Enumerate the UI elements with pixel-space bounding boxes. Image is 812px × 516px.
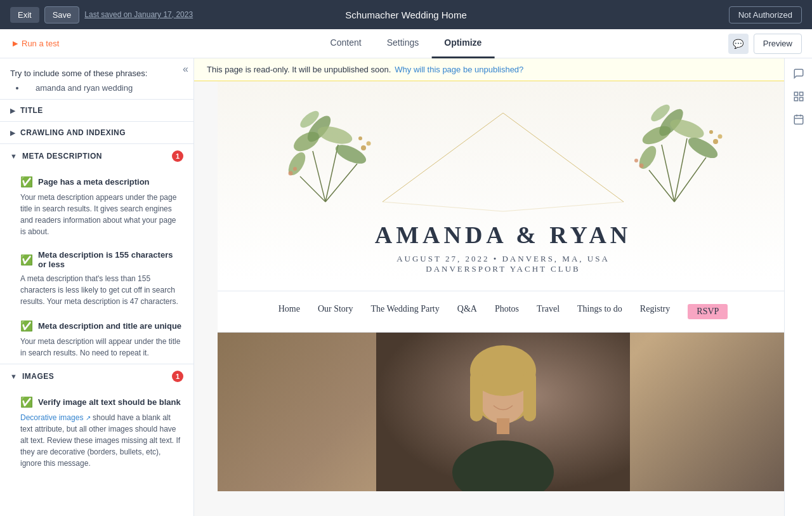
- collapse-button[interactable]: «: [183, 63, 188, 75]
- chevron-right-icon: ▶: [10, 107, 15, 115]
- check-green-icon: ✅: [20, 254, 33, 266]
- section-title-label: TITLE: [20, 106, 43, 115]
- nav-qa[interactable]: Q&A: [457, 304, 477, 319]
- save-button[interactable]: Save: [44, 6, 80, 23]
- unpublish-link[interactable]: Why will this page be unpublished?: [395, 65, 523, 74]
- check-has-meta-label: Page has a meta description: [38, 177, 150, 187]
- check-meta-unique: ✅ Meta description and title are unique …: [0, 312, 193, 364]
- botanical-svg: [256, 94, 750, 215]
- check-meta-length-desc: A meta description that's less than 155 …: [20, 273, 183, 307]
- phrase-item: amanda and ryan wedding: [25, 82, 183, 94]
- svg-point-27: [709, 130, 713, 134]
- svg-line-1: [325, 145, 338, 202]
- tab-content[interactable]: Content: [318, 29, 374, 58]
- svg-rect-39: [470, 371, 483, 421]
- check-green-icon: ✅: [20, 176, 33, 188]
- sub-nav: Run a test Content Settings Optimize 💬 P…: [0, 29, 812, 58]
- page-nav: Home Our Story The Wedding Party Q&A Pho…: [218, 291, 789, 333]
- layout-sidebar-button[interactable]: [789, 86, 809, 107]
- top-bar: Exit Save Last saved on January 17, 2023…: [0, 0, 812, 29]
- nav-things-to-do[interactable]: Things to do: [577, 304, 622, 319]
- svg-rect-40: [523, 371, 536, 421]
- section-images[interactable]: ▼ IMAGES 1: [0, 364, 193, 388]
- preview-button[interactable]: Preview: [754, 34, 802, 54]
- svg-line-2: [300, 176, 325, 202]
- calendar-sidebar-button[interactable]: [789, 109, 809, 129]
- svg-rect-43: [794, 92, 797, 95]
- svg-point-14: [293, 167, 297, 171]
- comment-icon-button[interactable]: 💬: [728, 34, 749, 54]
- photo-section: [218, 333, 789, 491]
- check-meta-length-label: Meta description is 155 characters or le…: [38, 250, 183, 269]
- section-title[interactable]: ▶ TITLE: [0, 99, 193, 121]
- svg-point-11: [367, 142, 371, 146]
- nav-travel[interactable]: Travel: [537, 304, 560, 319]
- last-saved-label: Last saved on January 17, 2023: [84, 10, 193, 19]
- chevron-down-icon: ▼: [10, 152, 17, 160]
- check-alt-text-desc: Decorative images ↗ should have a blank …: [20, 412, 183, 469]
- top-bar-left: Exit Save Last saved on January 17, 2023: [10, 6, 193, 23]
- svg-rect-46: [794, 98, 797, 101]
- phrase-title: Try to include some of these phrases:: [10, 69, 183, 78]
- svg-rect-42: [497, 418, 509, 434]
- comment-sidebar-button[interactable]: [789, 63, 809, 84]
- page-title: Schumacher Wedding Home: [345, 10, 466, 20]
- images-badge: 1: [172, 371, 183, 382]
- main-layout: « Try to include some of these phrases: …: [0, 58, 812, 516]
- wedding-venue: DANVERSPORT YACHT CLUB: [218, 264, 789, 274]
- svg-line-30: [383, 113, 503, 202]
- banner-text: This page is read-only. It will be unpub…: [207, 65, 391, 74]
- botanical-frame: [256, 94, 750, 215]
- svg-point-26: [718, 135, 723, 139]
- sub-nav-right: 💬 Preview: [728, 34, 812, 54]
- nav-wedding-party[interactable]: The Wedding Party: [371, 304, 440, 319]
- not-authorized-button[interactable]: Not Authorized: [729, 6, 802, 23]
- check-meta-unique-desc: Your meta description will appear under …: [20, 336, 183, 359]
- svg-line-33: [503, 202, 624, 211]
- svg-rect-47: [794, 116, 803, 124]
- svg-point-23: [685, 133, 721, 162]
- photo-placeholder-svg: [376, 333, 630, 491]
- nav-photos[interactable]: Photos: [495, 304, 519, 319]
- section-images-label: IMAGES: [22, 372, 54, 381]
- svg-point-28: [639, 164, 644, 168]
- check-alt-text: ✅ Verify image alt text should be blank …: [0, 388, 193, 474]
- check-meta-unique-label: Meta description and title are unique: [38, 321, 181, 331]
- page-content: AMANDA & RYAN AUGUST 27, 2022 • DANVERS,…: [218, 81, 789, 491]
- right-panel: This page is read-only. It will be unpub…: [194, 58, 812, 516]
- check-alt-text-label: Verify image alt text should be blank: [38, 397, 181, 407]
- right-sidebar: [784, 58, 812, 516]
- phrase-section: Try to include some of these phrases: am…: [0, 58, 193, 99]
- exit-button[interactable]: Exit: [10, 7, 39, 23]
- svg-point-10: [361, 145, 366, 150]
- check-gray-icon: ✅: [20, 320, 33, 332]
- run-test-button[interactable]: Run a test: [0, 39, 72, 48]
- nav-registry[interactable]: Registry: [640, 304, 670, 319]
- couple-name: AMANDA & RYAN: [218, 221, 789, 249]
- svg-line-3: [325, 164, 357, 202]
- wedding-date: AUGUST 27, 2022 • DANVERS, MA, USA: [218, 254, 789, 264]
- section-crawling-label: CRAWLING AND INDEXING: [20, 128, 126, 137]
- section-crawling[interactable]: ▶ CRAWLING AND INDEXING: [0, 121, 193, 143]
- tab-settings[interactable]: Settings: [374, 29, 432, 58]
- tabs: Content Settings Optimize: [318, 29, 495, 58]
- svg-point-25: [713, 139, 718, 144]
- svg-rect-44: [799, 92, 802, 95]
- tab-optimize[interactable]: Optimize: [431, 29, 494, 58]
- wedding-hero: AMANDA & RYAN AUGUST 27, 2022 • DANVERS,…: [218, 81, 789, 281]
- svg-point-22: [636, 143, 659, 172]
- nav-home[interactable]: Home: [278, 304, 300, 319]
- section-meta[interactable]: ▼ META DESCRIPTION 1: [0, 143, 193, 168]
- nav-our-story[interactable]: Our Story: [318, 304, 353, 319]
- nav-rsvp[interactable]: RSVP: [688, 304, 728, 319]
- check-meta-length: ✅ Meta description is 155 characters or …: [0, 242, 193, 312]
- chevron-down-icon: ▼: [10, 373, 17, 380]
- svg-point-29: [634, 159, 638, 162]
- read-only-banner: This page is read-only. It will be unpub…: [194, 58, 812, 81]
- chevron-right-icon: ▶: [10, 129, 15, 137]
- check-has-meta-desc: Your meta description appears under the …: [20, 192, 183, 237]
- decorative-images-link[interactable]: Decorative images ↗: [20, 413, 91, 422]
- meta-badge: 1: [172, 150, 183, 162]
- check-gray-icon: ✅: [20, 396, 33, 408]
- svg-point-12: [358, 136, 362, 140]
